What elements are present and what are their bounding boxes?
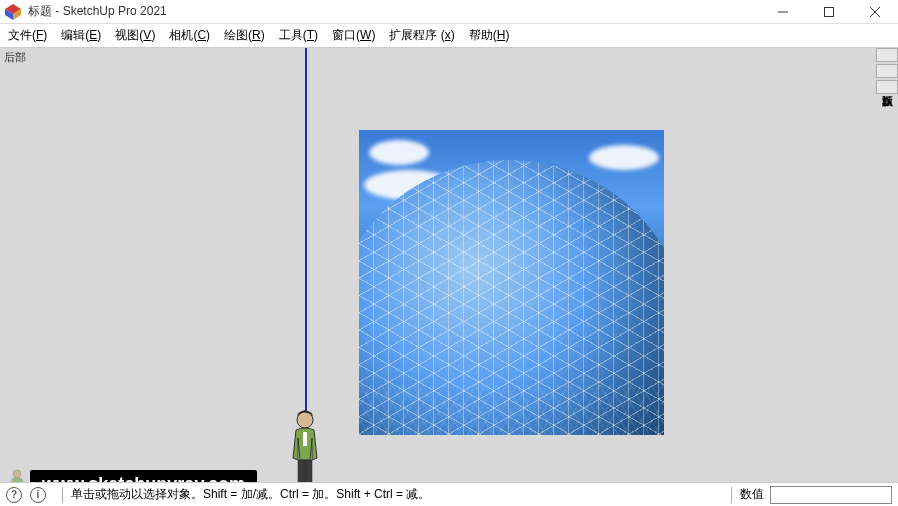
close-button[interactable] xyxy=(852,0,898,24)
viewport-label: 后部 xyxy=(4,50,26,65)
viewport[interactable]: 后部 www.sketchupvray.com xyxy=(0,48,898,482)
title-bar: 标题 - SketchUp Pro 2021 xyxy=(0,0,898,24)
tab-shadows[interactable]: 阴影 xyxy=(876,64,898,78)
svg-point-8 xyxy=(297,412,313,428)
svg-rect-4 xyxy=(825,7,834,16)
status-bar: ? i 单击或拖动以选择对象。Shift = 加/减。Ctrl = 加。Shif… xyxy=(0,482,898,506)
maximize-button[interactable] xyxy=(806,0,852,24)
scale-figure[interactable] xyxy=(284,408,326,482)
menu-tools[interactable]: 工具(T) xyxy=(279,27,318,44)
separator xyxy=(62,487,63,503)
measurement-input[interactable] xyxy=(770,486,892,504)
menu-view[interactable]: 视图(V) xyxy=(115,27,155,44)
minimize-button[interactable] xyxy=(760,0,806,24)
info-icon[interactable]: i xyxy=(30,487,46,503)
svg-rect-11 xyxy=(306,460,312,482)
menu-bar: 文件(F) 编辑(E) 视图(V) 相机(C) 绘图(R) 工具(T) 窗口(W… xyxy=(0,24,898,48)
imported-image[interactable] xyxy=(359,130,664,435)
dome-base xyxy=(359,385,664,435)
menu-help[interactable]: 帮助(H) xyxy=(469,27,510,44)
tab-styles[interactable]: 样式 xyxy=(876,48,898,62)
watermark-person-icon xyxy=(6,468,28,482)
window-controls xyxy=(760,0,898,24)
menu-window[interactable]: 窗口(W) xyxy=(332,27,375,44)
svg-point-15 xyxy=(13,470,21,478)
menu-extensions[interactable]: 扩展程序 (x) xyxy=(389,27,454,44)
menu-camera[interactable]: 相机(C) xyxy=(169,27,210,44)
tab-default-panel[interactable]: 默认面板 xyxy=(876,80,898,94)
menu-draw[interactable]: 绘图(R) xyxy=(224,27,265,44)
help-icon[interactable]: ? xyxy=(6,487,22,503)
cloud-icon xyxy=(369,140,429,165)
menu-edit[interactable]: 编辑(E) xyxy=(61,27,101,44)
menu-file[interactable]: 文件(F) xyxy=(8,27,47,44)
separator xyxy=(731,487,732,503)
svg-rect-14 xyxy=(303,432,307,446)
status-hint: 单击或拖动以选择对象。Shift = 加/减。Ctrl = 加。Shift + … xyxy=(71,486,430,503)
window-title: 标题 - SketchUp Pro 2021 xyxy=(28,3,760,20)
side-tray-tabs: 样式 阴影 默认面板 xyxy=(876,48,898,96)
app-logo-icon xyxy=(4,3,22,21)
measurement-label: 数值 xyxy=(740,486,764,503)
watermark-url: www.sketchupvray.com xyxy=(30,470,257,482)
svg-rect-10 xyxy=(298,460,304,482)
cloud-icon xyxy=(589,145,659,170)
